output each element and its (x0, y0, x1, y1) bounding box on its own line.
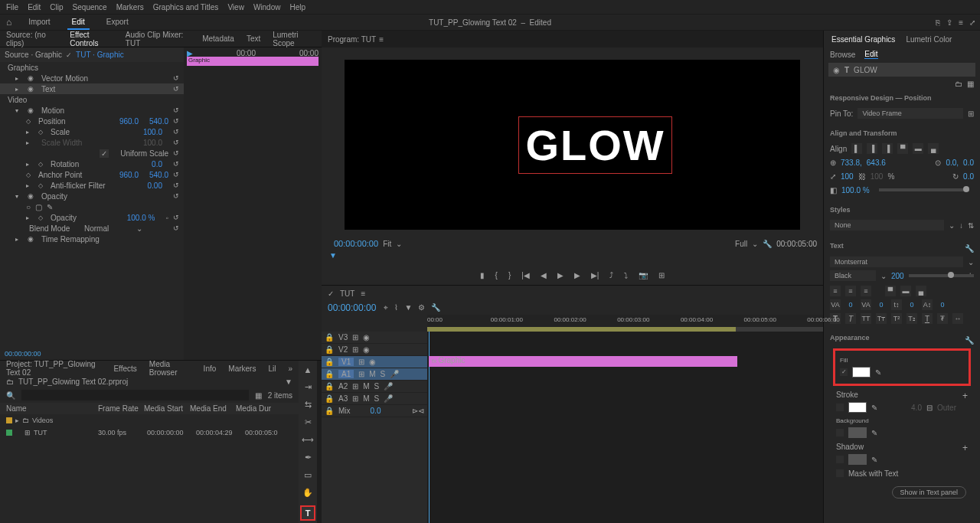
ec-timeline[interactable]: ▶00:0000:00 Graphic (184, 47, 322, 360)
razor-tool[interactable]: ✂ (302, 417, 314, 427)
allcaps-icon[interactable]: TT (861, 313, 871, 324)
reset-icon[interactable]: ↺ (173, 74, 179, 82)
strikethrough-icon[interactable]: ₮ (937, 313, 948, 324)
workspace-export[interactable]: Export (102, 15, 133, 30)
ec-blend-mode[interactable]: Blend ModeNormal⌄↺ (0, 223, 184, 234)
stroke-checkbox[interactable] (836, 404, 844, 411)
ec-opacity[interactable]: ▾◉Opacity↺ (0, 191, 184, 201)
rtl-icon[interactable]: ↔ (952, 313, 963, 324)
pos-x[interactable]: 733.8, (841, 159, 862, 167)
tab-audio-mixer[interactable]: Audio Clip Mixer: TUT (126, 31, 190, 47)
align-vcenter-icon[interactable]: ▬ (913, 143, 923, 154)
shadow-swatch[interactable] (848, 454, 867, 465)
pos-y[interactable]: 643.6 (867, 159, 886, 167)
step-forward-icon[interactable]: ▶ (574, 271, 580, 279)
graphic-clip[interactable]: fx Graphic (429, 356, 737, 367)
align-left-icon[interactable]: ▌ (851, 143, 862, 154)
menu-clip[interactable]: Clip (50, 3, 63, 11)
underline-icon[interactable]: T (922, 313, 933, 324)
shadow-checkbox[interactable] (836, 456, 844, 463)
group-icon[interactable]: ▦ (967, 80, 974, 88)
ec-position[interactable]: ◇Position960.0540.0↺ (0, 116, 184, 126)
ripple-tool[interactable]: ⇆ (302, 400, 314, 410)
type-tool[interactable]: T (300, 505, 315, 521)
fill-swatch[interactable] (852, 367, 871, 378)
show-in-text-button[interactable]: Show in Text panel (892, 486, 966, 498)
align-right-icon[interactable]: ▐ (882, 143, 893, 154)
timeline-timecode[interactable]: 00:00:00:00 (328, 302, 376, 313)
tab-essential-graphics[interactable]: Essential Graphics (831, 35, 895, 44)
track-v2[interactable]: 🔒V2⊞◉ (322, 344, 427, 356)
eyedropper-icon[interactable]: ✎ (871, 429, 877, 437)
align-hcenter-icon[interactable]: ▐ (867, 143, 877, 154)
tab-text[interactable]: Text (247, 34, 260, 43)
glow-text[interactable]: GLOW (518, 116, 671, 174)
save-style-icon[interactable]: ↓ (959, 221, 963, 230)
tab-source[interactable]: Source: (no clips) (6, 31, 57, 47)
reset-icon[interactable]: ↺ (173, 106, 179, 114)
panel-menu-icon[interactable]: ≡ (379, 35, 384, 44)
align-top-icon[interactable]: ▀ (897, 143, 908, 154)
eyedropper-icon[interactable]: ✎ (875, 368, 881, 377)
align-center-text-icon[interactable]: ≡ (845, 286, 856, 296)
mark-in-icon[interactable]: { (495, 271, 498, 279)
share-icon[interactable]: ⇪ (946, 18, 952, 27)
reset-icon[interactable]: ↺ (173, 85, 179, 93)
playhead-icon[interactable]: ▼ (329, 251, 337, 260)
step-back-icon[interactable]: ◀ (541, 271, 547, 279)
lift-icon[interactable]: ⤴ (609, 271, 613, 279)
timeline-clips[interactable]: fx Graphic (427, 332, 823, 523)
tab-info[interactable]: Info (204, 364, 217, 373)
align-bottom-icon[interactable]: ▄ (928, 143, 939, 154)
quick-export-icon[interactable]: ⎘ (936, 18, 940, 27)
tracking-icon[interactable]: VA (830, 299, 841, 310)
font-dropdown[interactable]: Montserrat (830, 257, 963, 267)
fill-checkbox[interactable]: ✓ (840, 368, 848, 376)
bg-checkbox[interactable] (836, 429, 844, 436)
play-icon[interactable]: ▶ (557, 271, 564, 279)
tab-lil[interactable]: Lil (268, 364, 276, 373)
add-stroke-icon[interactable]: + (962, 391, 968, 401)
fit-dropdown[interactable]: Fit (383, 240, 391, 248)
home-icon[interactable]: ⌂ (6, 17, 11, 28)
ec-scale[interactable]: ▸◇Scale100.0↺ (0, 126, 184, 137)
workspace-import[interactable]: Import (24, 15, 54, 30)
comparison-icon[interactable]: ⊞ (658, 271, 665, 279)
pin-widget-icon[interactable]: ⊞ (968, 110, 974, 118)
program-monitor-view[interactable]: GLOW (345, 60, 800, 230)
eyedropper-icon[interactable]: ✎ (871, 456, 877, 464)
ec-rotation[interactable]: ▸◇Rotation0.0↺ (0, 159, 184, 169)
project-row-tut[interactable]: ⊞ TUT 30.00 fps 00:00:00:00 00:00:04:29 … (0, 427, 299, 439)
menu-sequence[interactable]: Sequence (73, 3, 107, 11)
ec-anchor[interactable]: ◇Anchor Point960.0540.0↺ (0, 169, 184, 180)
marker-icon[interactable]: ▼ (404, 303, 412, 312)
hand-tool[interactable]: ✋ (302, 488, 314, 498)
workspace-edit[interactable]: Edit (67, 15, 90, 30)
menu-window[interactable]: Window (253, 3, 281, 11)
search-icon[interactable]: 🔍 (6, 391, 15, 400)
program-timecode[interactable]: 00:00:00:00 (334, 239, 378, 248)
selection-tool[interactable]: ▲ (302, 365, 314, 374)
align-top-text-icon[interactable]: ▀ (885, 286, 896, 296)
add-marker-icon[interactable]: ▮ (480, 271, 485, 279)
ec-opacity-masks[interactable]: ○▢✎ (0, 201, 184, 212)
faux-italic-icon[interactable]: T (845, 313, 856, 324)
align-left-text-icon[interactable]: ≡ (830, 286, 841, 296)
ec-graphic-clip[interactable]: Graphic (187, 57, 318, 66)
stroke-type-icon[interactable]: ⊟ (926, 404, 933, 412)
tab-effect-controls[interactable]: Effect Controls (70, 31, 113, 47)
styles-dropdown[interactable]: None (830, 220, 944, 230)
program-scrubber[interactable]: ▼ (328, 251, 817, 265)
maximize-icon[interactable]: ⤢ (969, 18, 975, 27)
project-row-videos[interactable]: ▸🗀Videos (0, 414, 299, 427)
tab-program[interactable]: Program: TUT (328, 35, 376, 44)
pinto-dropdown[interactable]: Video Frame (858, 108, 963, 119)
ec-uniform-scale[interactable]: ✓ Uniform Scale↺ (0, 148, 184, 159)
baseline-icon[interactable]: A↕ (922, 299, 933, 310)
eyedropper-icon[interactable]: ✎ (871, 404, 877, 412)
tab-markers[interactable]: Markers (228, 364, 256, 373)
link-icon[interactable]: ⛓ (858, 172, 866, 181)
align-right-text-icon[interactable]: ≡ (861, 286, 871, 296)
project-search-input[interactable] (21, 390, 249, 400)
eg-browse[interactable]: Browse (830, 51, 855, 59)
